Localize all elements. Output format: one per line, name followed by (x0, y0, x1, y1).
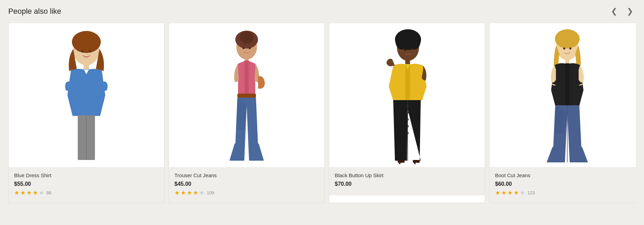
review-count: 123 (527, 190, 535, 195)
product-image-trouser-cut-jeans (169, 23, 324, 168)
svg-point-35 (555, 29, 580, 49)
next-button[interactable]: ❯ (624, 7, 636, 16)
svg-rect-30 (398, 160, 405, 163)
star-4: ★ (33, 189, 38, 196)
star-5: ★ (199, 189, 204, 196)
review-count: 86 (46, 190, 51, 195)
star-4: ★ (193, 189, 198, 196)
product-price: $45.00 (174, 181, 319, 187)
products-row: Blue Dress Shirt $55.00 ★ ★ ★ ★ ★ 86 (8, 23, 636, 203)
product-info-trouser-cut-jeans: Trouser Cut Jeans $45.00 ★ ★ ★ ★ ★ 109 (169, 168, 324, 203)
product-image-boot-cut-jeans (490, 23, 636, 168)
star-4: ★ (514, 189, 519, 196)
review-count: 109 (207, 190, 214, 195)
section-title: People also like (8, 7, 61, 16)
product-card-boot-cut-jeans[interactable]: Boot Cut Jeans $60.00 ★ ★ ★ ★ ★ 123 (489, 23, 636, 203)
svg-point-18 (396, 34, 408, 50)
section-header: People also like ❮ ❯ (8, 7, 636, 16)
svg-rect-32 (413, 160, 420, 163)
svg-rect-14 (245, 61, 249, 94)
product-name: Trouser Cut Jeans (174, 172, 319, 178)
star-2: ★ (20, 189, 25, 196)
product-price: $55.00 (14, 181, 159, 187)
svg-rect-5 (84, 69, 89, 116)
svg-point-25 (407, 105, 409, 107)
product-info-boot-cut-jeans: Boot Cut Jeans $60.00 ★ ★ ★ ★ ★ 123 (490, 168, 636, 203)
product-info-blue-dress-shirt: Blue Dress Shirt $55.00 ★ ★ ★ ★ ★ 86 (9, 168, 164, 203)
svg-point-28 (407, 125, 409, 127)
nav-buttons: ❮ ❯ (608, 7, 636, 16)
product-name: Blue Dress Shirt (14, 172, 159, 178)
star-3: ★ (26, 189, 32, 196)
product-price: $60.00 (495, 181, 636, 187)
svg-point-20 (404, 49, 406, 51)
product-name: Black Button Up Skirt (335, 172, 479, 178)
product-card-trouser-cut-jeans[interactable]: Trouser Cut Jeans $45.00 ★ ★ ★ ★ ★ 109 (169, 23, 325, 203)
product-card-blue-dress-shirt[interactable]: Blue Dress Shirt $55.00 ★ ★ ★ ★ ★ 86 (8, 23, 164, 203)
svg-point-26 (407, 111, 409, 114)
svg-point-37 (569, 47, 571, 50)
svg-rect-15 (237, 94, 256, 98)
svg-point-36 (563, 47, 565, 50)
svg-rect-39 (565, 63, 569, 106)
star-2: ★ (501, 189, 506, 196)
stars-row: ★ ★ ★ ★ ★ 86 (14, 189, 159, 196)
star-3: ★ (507, 189, 513, 196)
star-5: ★ (520, 189, 525, 196)
svg-point-1 (72, 31, 101, 53)
product-info-black-button-up-skirt: Black Button Up Skirt $70.00 (329, 168, 485, 195)
star-1: ★ (495, 189, 500, 196)
product-image-black-button-up-skirt (329, 23, 485, 168)
product-card-black-button-up-skirt[interactable]: Black Button Up Skirt $70.00 (329, 23, 485, 203)
prev-button[interactable]: ❮ (608, 7, 620, 16)
svg-point-21 (410, 48, 412, 50)
star-1: ★ (174, 189, 180, 196)
star-3: ★ (187, 189, 192, 196)
svg-rect-33 (414, 161, 416, 164)
svg-point-11 (243, 47, 245, 49)
stars-row: ★ ★ ★ ★ ★ 109 (174, 189, 319, 196)
star-2: ★ (181, 189, 186, 196)
svg-point-12 (249, 47, 251, 49)
stars-row: ★ ★ ★ ★ ★ 123 (495, 189, 636, 196)
svg-point-19 (408, 34, 420, 50)
star-5: ★ (39, 189, 44, 196)
svg-point-27 (407, 118, 409, 120)
svg-rect-31 (399, 161, 400, 164)
svg-point-2 (82, 50, 84, 52)
people-also-like-section: People also like ❮ ❯ (0, 0, 644, 225)
product-name: Boot Cut Jeans (495, 172, 636, 178)
product-price: $70.00 (335, 181, 479, 187)
product-image-blue-dress-shirt (9, 23, 164, 168)
svg-point-10 (240, 31, 254, 44)
svg-point-3 (89, 50, 92, 52)
svg-point-29 (407, 132, 409, 134)
star-1: ★ (14, 189, 19, 196)
